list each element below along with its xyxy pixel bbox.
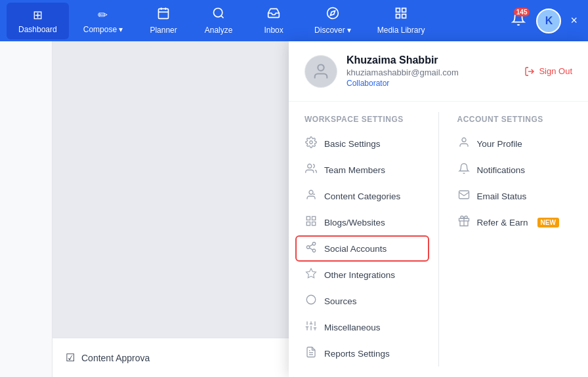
user-role: Collaborator <box>346 79 515 88</box>
basic-settings-label: Basic Settings <box>324 139 381 149</box>
left-area: ☑ Content Approva <box>0 41 289 377</box>
notification-badge: 145 <box>514 8 530 16</box>
user-header: Khuzaima Shabbir khuziamashabbir@gmail.c… <box>289 41 588 102</box>
email-status-icon <box>457 189 471 203</box>
settings-blogs-websites[interactable]: Blogs/Websites <box>295 209 429 235</box>
content-approval-icon: ☑ <box>66 351 75 364</box>
svg-marker-7 <box>330 10 335 15</box>
close-button[interactable]: × <box>566 11 581 30</box>
avatar[interactable]: K <box>536 9 561 33</box>
svg-rect-18 <box>306 216 310 220</box>
nav-inbox[interactable]: Inbox <box>247 1 300 40</box>
sign-out-button[interactable]: Sign Out <box>524 66 572 77</box>
svg-point-6 <box>327 8 339 19</box>
settings-divider <box>438 112 439 367</box>
nav-planner-label: Planner <box>150 26 177 35</box>
settings-dropdown: Khuzaima Shabbir khuziamashabbir@gmail.c… <box>289 41 588 377</box>
settings-miscellaneous[interactable]: Miscellaneous <box>295 314 429 340</box>
user-info: Khuzaima Shabbir khuziamashabbir@gmail.c… <box>346 54 515 88</box>
nav-analyze[interactable]: Analyze <box>192 1 245 40</box>
settings-notifications[interactable]: Notifications <box>448 157 582 183</box>
compose-icon: ✏ <box>98 8 108 22</box>
svg-point-4 <box>214 9 222 17</box>
svg-point-12 <box>318 64 324 70</box>
sources-label: Sources <box>324 296 357 306</box>
nav-media-library-label: Media Library <box>377 26 425 35</box>
settings-basic-settings[interactable]: Basic Settings <box>295 130 429 157</box>
gift-icon <box>457 215 471 229</box>
profile-icon <box>457 136 471 151</box>
blogs-websites-icon <box>304 215 318 229</box>
your-profile-label: Your Profile <box>477 139 522 149</box>
svg-line-26 <box>309 245 312 247</box>
svg-rect-11 <box>396 14 400 18</box>
workspace-settings-col: Workspace Settings Basic Settings Team M… <box>289 112 436 367</box>
settings-body: Workspace Settings Basic Settings Team M… <box>289 102 588 377</box>
settings-reports-settings[interactable]: Reports Settings <box>295 340 429 367</box>
bell-icon <box>457 163 471 177</box>
account-settings-title: Account Settings <box>448 112 582 130</box>
content-approval-bar: ☑ Content Approva <box>52 338 289 377</box>
settings-content-categories[interactable]: Content Categories <box>295 183 429 209</box>
svg-point-40 <box>462 138 466 142</box>
social-accounts-label: Social Accounts <box>324 244 387 254</box>
account-settings-col: Account Settings Your Profile Notificati… <box>442 112 589 367</box>
svg-rect-10 <box>402 14 406 18</box>
analyze-icon <box>212 7 225 23</box>
main-content: ☑ Content Approva Khuzaima Shabbir khuzi… <box>0 41 588 377</box>
settings-sources[interactable]: Sources <box>295 288 429 314</box>
top-navigation: ⊞ Dashboard ✏ Compose ▾ Planner Analyze <box>0 0 588 41</box>
nav-dashboard[interactable]: ⊞ Dashboard <box>7 3 69 39</box>
svg-point-14 <box>310 141 313 144</box>
gear-icon <box>304 136 318 151</box>
reports-settings-label: Reports Settings <box>324 349 390 359</box>
left-sidebar <box>0 41 52 377</box>
other-integrations-icon <box>304 268 318 282</box>
notifications-button[interactable]: 145 <box>506 7 531 35</box>
dashboard-icon: ⊞ <box>33 8 43 22</box>
svg-rect-21 <box>306 222 310 226</box>
svg-marker-27 <box>306 269 316 278</box>
svg-line-25 <box>309 248 312 250</box>
settings-team-members[interactable]: Team Members <box>295 157 429 183</box>
settings-social-accounts[interactable]: Social Accounts <box>295 235 429 262</box>
email-status-label: Email Status <box>477 191 527 201</box>
content-categories-label: Content Categories <box>324 191 400 201</box>
nav-analyze-label: Analyze <box>205 26 233 35</box>
user-avatar <box>304 55 337 88</box>
nav-discover-label: Discover ▾ <box>314 26 351 35</box>
settings-email-status[interactable]: Email Status <box>448 183 582 209</box>
notifications-label: Notifications <box>477 165 526 175</box>
nav-inbox-label: Inbox <box>264 26 283 35</box>
svg-point-22 <box>312 243 316 246</box>
user-name: Khuzaima Shabbir <box>346 54 515 66</box>
nav-media-library[interactable]: Media Library <box>366 1 437 40</box>
svg-rect-9 <box>402 9 406 12</box>
svg-rect-20 <box>312 222 316 226</box>
reports-settings-icon <box>304 346 318 361</box>
nav-compose[interactable]: ✏ Compose ▾ <box>72 3 135 39</box>
workspace-settings-title: Workspace Settings <box>295 112 429 130</box>
content-approval-label: Content Approva <box>81 353 150 363</box>
svg-rect-41 <box>459 191 469 199</box>
settings-other-integrations[interactable]: Other Integrations <box>295 262 429 288</box>
svg-rect-8 <box>396 9 400 12</box>
nav-dashboard-label: Dashboard <box>18 25 57 34</box>
miscellaneous-label: Miscellaneous <box>324 323 381 332</box>
refer-earn-label: Refer & Earn <box>477 218 528 228</box>
svg-rect-0 <box>159 9 169 18</box>
nav-discover[interactable]: Discover ▾ <box>303 1 363 40</box>
svg-point-23 <box>306 246 310 249</box>
settings-your-profile[interactable]: Your Profile <box>448 130 582 157</box>
nav-compose-label: Compose ▾ <box>83 25 123 34</box>
social-accounts-icon <box>304 241 318 256</box>
discover-icon <box>326 7 339 23</box>
svg-point-24 <box>312 249 316 252</box>
blogs-websites-label: Blogs/Websites <box>324 218 385 228</box>
svg-point-16 <box>309 190 313 194</box>
other-integrations-label: Other Integrations <box>324 270 395 280</box>
sources-icon <box>304 294 318 308</box>
miscellaneous-icon <box>304 320 318 334</box>
settings-refer-earn[interactable]: Refer & Earn NEW <box>448 209 582 235</box>
nav-planner[interactable]: Planner <box>137 1 190 40</box>
